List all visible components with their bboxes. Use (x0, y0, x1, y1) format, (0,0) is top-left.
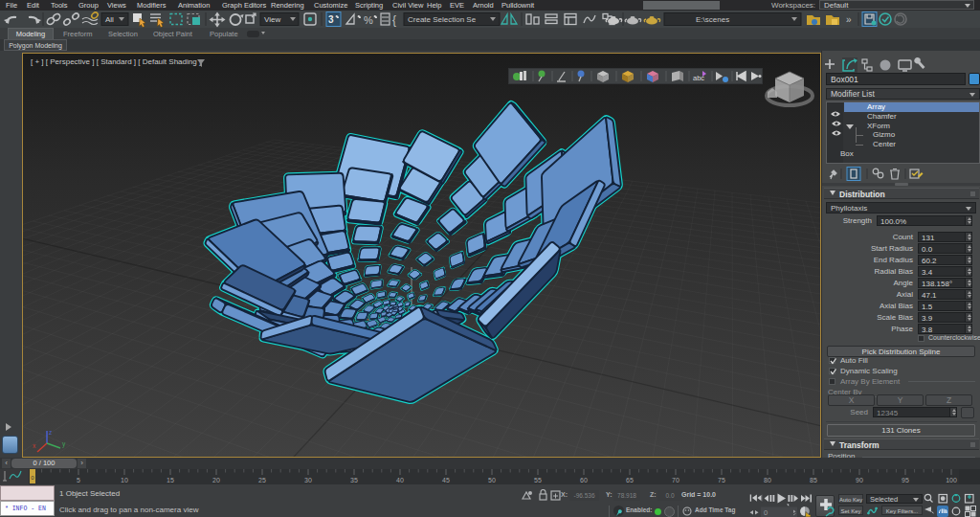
svg-text:10: 10 (121, 477, 128, 483)
svg-text:All: All (105, 15, 114, 24)
svg-text:55: 55 (534, 477, 542, 483)
svg-text:95: 95 (902, 477, 909, 483)
svg-text:75: 75 (718, 477, 725, 483)
svg-text:30: 30 (304, 477, 312, 483)
svg-text:View: View (264, 15, 280, 24)
svg-text:{: { (392, 13, 396, 27)
svg-text:x: x (33, 442, 36, 449)
svg-text:15: 15 (167, 477, 174, 483)
svg-text:Create Selection Se: Create Selection Se (408, 15, 477, 24)
svg-text:E:\scenes: E:\scenes (696, 15, 729, 24)
svg-text:60: 60 (580, 477, 588, 483)
svg-text:20: 20 (212, 477, 220, 483)
svg-text:100: 100 (946, 477, 957, 483)
svg-text:»: » (846, 14, 852, 25)
svg-text:85: 85 (810, 477, 817, 483)
svg-text:65: 65 (626, 477, 634, 483)
svg-text:0: 0 (764, 508, 768, 517)
svg-text:70: 70 (672, 477, 679, 483)
svg-text:90: 90 (856, 477, 863, 483)
svg-text:45: 45 (442, 477, 450, 483)
svg-text:5: 5 (77, 477, 80, 483)
svg-text:z: z (49, 429, 52, 436)
svg-text:%: % (364, 14, 373, 26)
svg-text:y: y (62, 440, 66, 448)
svg-text:40: 40 (396, 477, 404, 483)
svg-text:35: 35 (350, 477, 358, 483)
svg-text:3: 3 (328, 14, 334, 25)
svg-text:25: 25 (258, 477, 266, 483)
svg-text:80: 80 (764, 477, 771, 483)
svg-text:50: 50 (488, 477, 496, 483)
